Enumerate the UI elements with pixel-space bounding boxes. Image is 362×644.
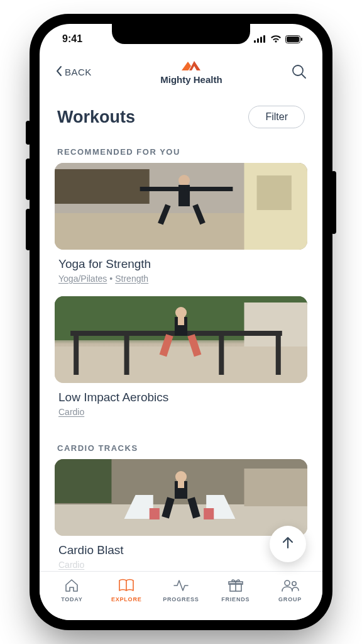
workout-thumbnail	[55, 163, 307, 250]
status-indicators	[254, 35, 302, 43]
workout-tags: Yoga/Pilates•Strength	[58, 274, 307, 284]
tab-label: TODAY	[61, 596, 83, 602]
gift-icon	[228, 578, 244, 593]
workout-title: Low Impact Aerobics	[58, 391, 307, 404]
status-time: 9:41	[62, 33, 82, 45]
svg-rect-16	[140, 187, 184, 191]
page-title: Workouts	[57, 108, 135, 127]
svg-rect-41	[178, 478, 184, 488]
filter-button[interactable]: Filter	[248, 106, 305, 128]
svg-rect-1	[257, 38, 259, 43]
tab-label: EXPLORE	[111, 596, 142, 602]
wifi-icon	[270, 35, 282, 43]
workout-card[interactable]: Yoga for Strength Yoga/Pilates•Strength	[40, 163, 322, 296]
brand-logo: Mighty Health	[160, 59, 222, 85]
side-button	[331, 171, 336, 234]
tab-bar: TODAY EXPLORE PROGRESS	[40, 571, 322, 620]
svg-point-47	[292, 582, 295, 586]
svg-point-14	[178, 175, 190, 186]
phone-notch	[112, 24, 250, 44]
back-button[interactable]: BACK	[55, 65, 92, 79]
search-icon	[291, 64, 307, 80]
svg-rect-25	[219, 331, 224, 375]
group-icon	[281, 578, 300, 593]
svg-rect-34	[55, 459, 111, 503]
tag-link[interactable]: Cardio	[58, 407, 84, 417]
section-label-recommended: RECOMMENDED FOR YOU	[40, 133, 322, 163]
brand-name: Mighty Health	[160, 74, 222, 85]
svg-rect-38	[204, 508, 214, 519]
svg-rect-30	[178, 314, 184, 325]
tag-link[interactable]: Yoga/Pilates	[58, 274, 107, 284]
chevron-left-icon	[55, 65, 63, 79]
svg-point-46	[285, 580, 290, 586]
phone-screen: 9:41 BACK	[40, 24, 322, 620]
cellular-icon	[254, 35, 266, 43]
side-button	[26, 209, 31, 250]
workout-thumbnail	[55, 459, 307, 536]
activity-icon	[173, 578, 189, 593]
home-icon	[63, 578, 80, 593]
tag-link[interactable]: Strength	[115, 274, 148, 284]
svg-rect-17	[187, 187, 233, 191]
back-label: BACK	[65, 67, 92, 77]
svg-rect-2	[260, 37, 262, 43]
svg-line-8	[302, 74, 305, 78]
svg-rect-13	[257, 175, 292, 210]
workout-tags: Cardio	[58, 407, 307, 417]
side-button	[26, 158, 31, 200]
battery-icon	[285, 35, 302, 43]
svg-rect-0	[254, 40, 256, 43]
tab-progress[interactable]: PROGRESS	[158, 578, 204, 602]
search-button[interactable]	[291, 64, 307, 80]
workout-card[interactable]: Low Impact Aerobics Cardio	[40, 296, 322, 430]
tab-today[interactable]: TODAY	[49, 578, 94, 602]
workout-tags: Cardio	[58, 560, 307, 570]
tab-group[interactable]: GROUP	[268, 578, 313, 602]
workout-title: Yoga for Strength	[58, 257, 307, 271]
svg-rect-11	[55, 169, 150, 204]
arrow-up-icon	[280, 535, 296, 553]
tab-friends[interactable]: FRIENDS	[213, 578, 258, 602]
phone-frame: 9:41 BACK	[30, 14, 332, 630]
svg-rect-26	[276, 331, 281, 375]
mountain-logo-icon	[180, 59, 202, 73]
svg-rect-37	[150, 508, 160, 519]
workout-thumbnail	[55, 296, 307, 383]
svg-rect-24	[124, 331, 129, 375]
tab-label: FRIENDS	[221, 596, 250, 602]
svg-rect-5	[287, 36, 299, 42]
svg-rect-23	[74, 331, 79, 375]
svg-rect-3	[263, 35, 265, 43]
tab-label: GROUP	[278, 596, 302, 602]
scroll-to-top-button[interactable]	[270, 526, 306, 562]
book-icon	[118, 578, 135, 593]
tab-explore[interactable]: EXPLORE	[104, 578, 149, 602]
tag-link[interactable]: Cardio	[58, 560, 84, 570]
workout-card[interactable]: Cardio Blast Cardio	[40, 459, 322, 582]
tab-label: PROGRESS	[163, 596, 199, 602]
svg-rect-22	[55, 347, 307, 383]
svg-rect-6	[301, 38, 302, 41]
top-nav: BACK Mighty Health	[40, 54, 322, 89]
side-button	[26, 121, 31, 145]
svg-rect-35	[55, 504, 307, 536]
section-label-cardio: CARDIO TRACKS	[40, 430, 322, 459]
svg-rect-36	[244, 469, 308, 506]
